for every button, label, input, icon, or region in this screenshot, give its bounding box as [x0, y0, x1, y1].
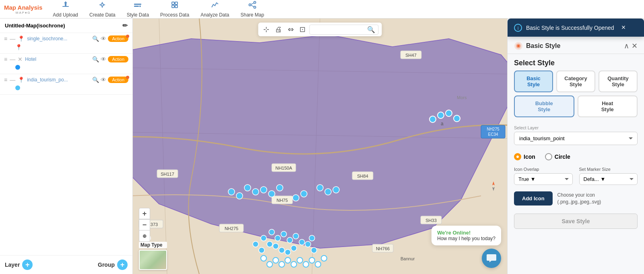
right-panel-title-group: Basic Style — [514, 42, 560, 50]
svg-point-91 — [267, 262, 272, 267]
svg-point-80 — [325, 189, 331, 195]
svg-text:NH275: NH275 — [487, 127, 500, 131]
map-search-box[interactable]: 🔍 — [310, 25, 379, 35]
svg-line-22 — [133, 131, 507, 139]
layer-pin-small-icon: 📍 — [15, 44, 22, 50]
layer-name[interactable]: Hotel — [25, 56, 90, 62]
nav-add-upload[interactable]: Add Upload — [48, 0, 83, 19]
svg-text:NH150A: NH150A — [275, 166, 292, 170]
svg-rect-9 — [134, 6, 139, 7]
add-icon-btn[interactable]: Add Icon — [514, 191, 553, 206]
zoom-in-btn[interactable]: + — [139, 208, 150, 219]
svg-point-109 — [517, 45, 520, 47]
nav-analyze-data[interactable]: Analyze Data — [196, 0, 234, 19]
panel-close-btn[interactable]: ✕ — [632, 42, 638, 50]
add-icon-row: Add Icon Choose your icon (.png,.jpg,.jp… — [508, 190, 644, 212]
save-style-btn[interactable]: Save Style — [514, 214, 638, 229]
svg-point-81 — [333, 187, 339, 193]
edit-title-icon[interactable]: ✏ — [122, 22, 128, 29]
print-icon[interactable]: 🖨 — [273, 25, 284, 35]
brand-logo[interactable]: Map Analysis MAP♦G — [4, 4, 42, 15]
svg-point-56 — [275, 235, 281, 241]
style-btn-basic[interactable]: Basic Style — [514, 71, 553, 92]
layer-action-btn[interactable]: Action — [108, 77, 128, 83]
svg-point-58 — [287, 237, 293, 243]
map-search-input[interactable] — [313, 27, 365, 33]
add-layer-btn[interactable]: + — [22, 259, 33, 270]
brand-sub: MAP♦G — [16, 11, 31, 15]
layer-name[interactable]: single_isochrone... — [27, 36, 90, 42]
svg-line-24 — [312, 19, 320, 274]
layer-search-icon[interactable]: 🔍 — [92, 77, 99, 83]
select-tool-icon[interactable]: ⊹ — [262, 24, 271, 35]
layer-color-bar — [15, 85, 128, 92]
svg-marker-104 — [492, 187, 495, 191]
panel-collapse-btn[interactable]: ∧ — [624, 42, 629, 50]
svg-point-92 — [315, 262, 321, 267]
compass-icon — [488, 181, 499, 193]
add-group-btn[interactable]: + — [117, 259, 128, 270]
drag-handle-icon: ≡ — [4, 56, 7, 62]
svg-point-88 — [297, 257, 303, 263]
embed-icon[interactable]: ⊡ — [298, 24, 307, 35]
svg-point-82 — [293, 195, 299, 201]
chat-open-btn[interactable] — [482, 249, 501, 268]
svg-point-70 — [311, 247, 317, 253]
layer-visibility-icon[interactable]: 👁 — [101, 77, 106, 83]
layer-item: ≡ — 📍 india_tourism_po... 🔍 👁 Action — [0, 74, 132, 95]
map-type-thumbnail[interactable] — [139, 250, 167, 270]
notification-close-btn[interactable]: × — [621, 23, 626, 32]
layer-visibility-icon[interactable]: 👁 — [101, 56, 106, 62]
category-style-label: Category — [560, 75, 591, 81]
style-btn-category[interactable]: Category Style — [556, 71, 595, 92]
icon-overlap-select[interactable]: True ▼ False — [514, 173, 573, 185]
svg-point-79 — [317, 185, 323, 191]
layer-visibility-icon[interactable]: 👁 — [101, 35, 106, 42]
map-area[interactable]: SH47 NH275 EC34 SH84 SH117 SH57 NH373 NH… — [133, 19, 507, 274]
circle-radio-option[interactable]: Circle — [545, 153, 570, 160]
svg-point-71 — [309, 235, 315, 241]
layer-action-btn[interactable]: Action — [108, 35, 128, 42]
add-upload-icon — [61, 0, 70, 11]
nav-analyze-data-label: Analyze Data — [200, 12, 229, 18]
svg-rect-33 — [157, 170, 178, 178]
nav-create-data[interactable]: Create Data — [85, 0, 120, 19]
layer-action-btn[interactable]: Action — [108, 56, 128, 62]
icon-circle-row: Icon Circle — [508, 150, 644, 165]
select-style-title: Select Style — [508, 54, 644, 71]
panel-controls: ∧ ✕ — [624, 42, 638, 50]
layer-search-icon[interactable]: 🔍 — [92, 56, 99, 62]
zoom-out-btn[interactable]: − — [139, 219, 150, 230]
marker-size-select[interactable]: Defa... ▼ Small Medium Large — [579, 173, 638, 185]
style-btn-quantity[interactable]: Quantity Style — [599, 71, 638, 92]
search-icon[interactable]: 🔍 — [367, 26, 375, 33]
svg-rect-12 — [175, 2, 178, 4]
select-layer-label: Select Layer — [514, 125, 638, 130]
svg-marker-25 — [133, 35, 507, 248]
style-btn-bubble[interactable]: Bubble Style — [514, 95, 574, 117]
svg-marker-103 — [492, 181, 495, 185]
share-map-icon — [248, 0, 257, 11]
nav-style-data[interactable]: Style Data — [122, 0, 154, 19]
svg-point-17 — [254, 6, 256, 8]
style-btn-heat[interactable]: Heat Style — [578, 95, 638, 117]
svg-point-87 — [291, 262, 297, 267]
panel-footer: Layer + Group + — [0, 255, 132, 274]
layer-name[interactable]: india_tourism_po... — [27, 77, 90, 83]
layer-type-icon: ✕ — [18, 56, 23, 62]
select-layer-dropdown[interactable]: india_tourism_point single_isochrone Hot… — [514, 132, 638, 145]
zoom-home-btn[interactable]: ⊕ — [139, 230, 150, 242]
circle-radio-circle — [545, 153, 552, 160]
icon-radio-option[interactable]: Icon — [514, 153, 535, 160]
svg-text:SH117: SH117 — [161, 172, 174, 176]
svg-line-23 — [159, 19, 167, 274]
marker-size-label: Set Marker Size — [579, 167, 638, 172]
process-data-icon — [170, 0, 179, 11]
nav-process-data[interactable]: Process Data — [155, 0, 194, 19]
measure-icon[interactable]: ⇔ — [286, 24, 295, 35]
svg-rect-31 — [352, 172, 373, 180]
layer-search-icon[interactable]: 🔍 — [92, 35, 99, 42]
notification-banner: i Basic Style is Successfully Opened × — [508, 19, 644, 37]
nav-share-map[interactable]: Share Map — [236, 0, 269, 19]
dash-icon: — — [10, 77, 15, 83]
